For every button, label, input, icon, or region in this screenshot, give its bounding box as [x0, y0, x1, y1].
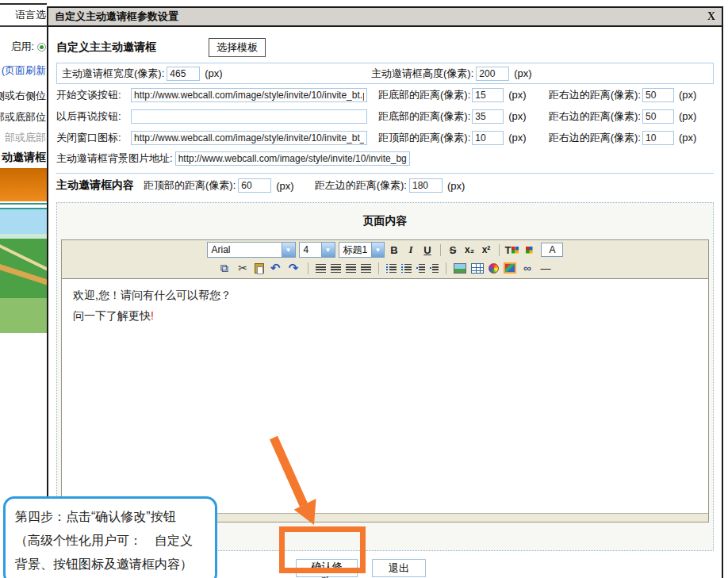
invite-preview-orange-banner: [0, 168, 47, 201]
radio-button-icon[interactable]: [37, 43, 46, 52]
later-button-label: 以后再说按钮:: [56, 109, 131, 124]
distance-bottom-input[interactable]: [472, 88, 504, 102]
insert-flash-icon[interactable]: [504, 262, 516, 274]
px-unit: (px): [508, 110, 526, 122]
section-title: 自定义主主动邀请框: [56, 40, 156, 55]
distance-right-label: 距右边的距离(像素):: [549, 131, 641, 145]
close-icon-url-input[interactable]: [131, 131, 367, 145]
start-chat-url-input[interactable]: [131, 88, 367, 102]
chevron-down-icon: [321, 243, 335, 257]
background-enable-row: 启用:: [10, 40, 46, 54]
bold-icon[interactable]: B: [388, 243, 401, 257]
cut-icon[interactable]: ✂: [236, 261, 250, 275]
px-unit: (px): [679, 89, 696, 101]
distance-bottom-label: 距底部的距离(像素):: [378, 109, 470, 124]
later-button-row: 以后再说按钮: 距底部的距离(像素): (px) 距右边的距离(像素): (px…: [56, 105, 714, 127]
width-input[interactable]: [167, 67, 200, 81]
align-justify-icon[interactable]: [361, 264, 371, 273]
toolbar-separator: [446, 262, 446, 274]
emoticon-icon[interactable]: [489, 263, 499, 274]
indent-icon[interactable]: [430, 264, 439, 273]
dialog-content: 自定义主主动邀请框 选择模板 主动邀请框宽度(像素): (px) 主动邀请框高度…: [48, 27, 722, 577]
font-color-icon[interactable]: T: [505, 243, 519, 257]
distance-right-label: 距右边的距离(像素):: [549, 109, 641, 124]
ordered-list-icon[interactable]: [386, 264, 397, 273]
px-unit: (px): [679, 132, 696, 144]
subscript-icon[interactable]: x₂: [463, 243, 477, 257]
exit-button[interactable]: 退出: [372, 559, 426, 577]
superscript-icon[interactable]: x²: [480, 243, 493, 257]
px-unit: (px): [508, 89, 526, 101]
toolbar-separator: [378, 262, 379, 274]
align-center-icon[interactable]: [331, 264, 341, 273]
italic-icon[interactable]: I: [404, 243, 418, 257]
invite-preview-nature-image: [0, 209, 47, 333]
content-left-label: 距左边的距离(像素):: [315, 178, 407, 193]
redo-icon[interactable]: ↷: [287, 261, 301, 275]
tutorial-highlight-rectangle: [279, 526, 366, 573]
content-top-input[interactable]: [238, 178, 271, 193]
color-grid-icon: [512, 247, 519, 254]
undo-icon[interactable]: ↶: [269, 261, 282, 275]
start-chat-button-row: 开始交谈按钮: 距底部的距离(像素): (px) 距右边的距离(像素): (px…: [56, 84, 714, 105]
highlight-color-icon[interactable]: [522, 243, 535, 257]
tutorial-note-line-2: （高级个性化用户可： 自定义: [15, 529, 205, 553]
panel-title: 页面内容: [57, 214, 713, 228]
tutorial-arrow-icon: [262, 428, 333, 531]
chevron-down-icon: [371, 243, 383, 257]
font-size-select[interactable]: 4: [299, 242, 335, 258]
invite-settings-dialog: 自定义主动邀请框参数设置 X 自定义主主动邀请框 选择模板 主动邀请框宽度(像素…: [47, 6, 723, 578]
unordered-list-icon[interactable]: [401, 264, 412, 273]
background-page-sliver: 语言选 启用: (页面刷新 侧或右侧位 部或底部位 部或底部 动邀请框: [0, 0, 47, 578]
px-unit: (px): [205, 67, 222, 79]
dialog-title: 自定义主动邀请框参数设置: [55, 10, 178, 24]
chevron-down-icon: [282, 243, 295, 257]
start-chat-label: 开始交谈按钮:: [56, 88, 131, 102]
horizontal-rule-icon[interactable]: —: [539, 261, 553, 275]
align-right-icon[interactable]: [346, 264, 356, 273]
divider: [0, 3, 47, 5]
outdent-icon[interactable]: [416, 264, 425, 273]
content-position-row: 主动邀请框内容 距顶部的距离(像素): (px) 距左边的距离(像素): (px…: [56, 174, 714, 197]
width-label: 主动邀请框宽度(像素):: [62, 67, 164, 81]
title-bar: 自定义主动邀请框参数设置 X: [48, 8, 722, 27]
distance-top-input[interactable]: [472, 131, 504, 145]
close-icon[interactable]: X: [707, 10, 715, 23]
align-left-icon[interactable]: [316, 264, 326, 273]
font-family-select[interactable]: Arial: [207, 242, 296, 258]
distance-top-label: 距顶部的距离(像素):: [378, 131, 470, 145]
red-exclamation: !: [151, 309, 154, 322]
later-button-url-input[interactable]: [131, 109, 367, 124]
background-side-label: 侧或右侧位: [0, 89, 46, 103]
content-left-input[interactable]: [409, 178, 443, 193]
paste-icon[interactable]: [255, 263, 264, 274]
underline-icon[interactable]: U: [421, 243, 435, 257]
char-style-box[interactable]: A: [541, 243, 563, 257]
background-lang-label: 语言选: [15, 8, 46, 22]
height-input[interactable]: [476, 67, 509, 81]
distance-bottom-label: 距底部的距离(像素):: [378, 88, 470, 102]
px-unit: (px): [679, 110, 696, 122]
background-image-url-input[interactable]: [175, 151, 410, 166]
tutorial-note: 第四步：点击“确认修改”按钮 （高级个性化用户可： 自定义 背景、按钮图标及邀请…: [3, 496, 217, 578]
rich-text-editor: Arial 4 标题1 B I U S x₂ x² T: [61, 239, 709, 522]
strikethrough-icon[interactable]: S: [446, 243, 460, 257]
paragraph-style-select[interactable]: 标题1: [339, 242, 385, 258]
px-unit: (px): [447, 180, 465, 192]
toolbar-separator: [440, 244, 441, 256]
insert-table-icon[interactable]: [471, 263, 484, 274]
close-icon-row: 关闭窗口图标: 距顶部的距离(像素): (px) 距右边的距离(像素): (px…: [56, 127, 714, 148]
distance-bottom-input[interactable]: [472, 109, 504, 124]
choose-template-button[interactable]: 选择模板: [209, 38, 266, 57]
distance-right-input[interactable]: [642, 109, 674, 124]
editor-content-area[interactable]: 欢迎,您！请问有什么可以帮您？ 问一下了解更快!: [62, 278, 708, 513]
tutorial-note-line-3: 背景、按钮图标及邀请框内容）: [15, 553, 205, 576]
background-invite-label: 动邀请框: [2, 151, 46, 165]
editor-line-2: 问一下了解更快!: [73, 309, 697, 323]
copy-icon[interactable]: ⧉: [218, 261, 232, 275]
hyperlink-icon[interactable]: ∞: [521, 261, 535, 275]
distance-right-input[interactable]: [642, 131, 674, 145]
distance-right-input[interactable]: [642, 88, 674, 102]
color-grid-icon: [526, 247, 533, 254]
insert-image-icon[interactable]: [454, 263, 466, 274]
